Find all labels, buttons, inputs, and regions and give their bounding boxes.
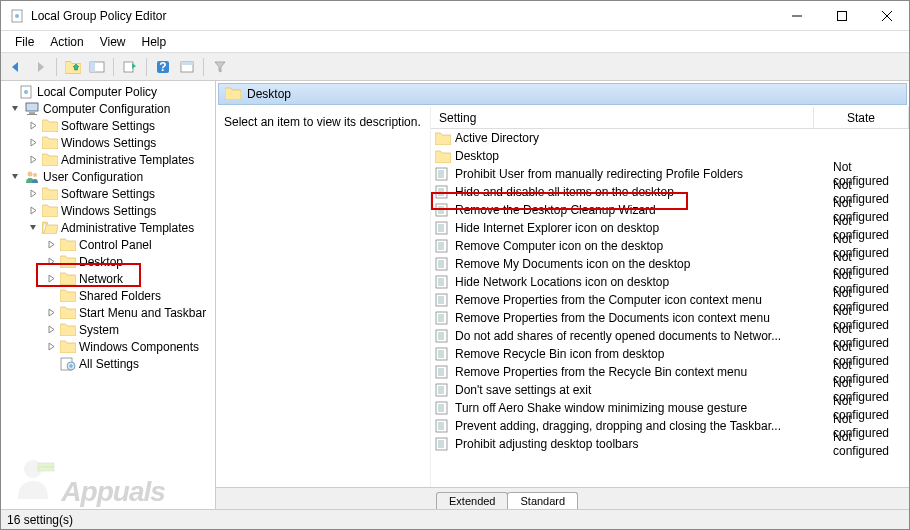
- col-header-state[interactable]: State: [814, 107, 909, 128]
- forward-button[interactable]: [29, 56, 51, 78]
- expander-icon[interactable]: [27, 222, 39, 234]
- tree-label: Administrative Templates: [61, 153, 194, 167]
- expander-icon[interactable]: [45, 239, 57, 251]
- tab-standard[interactable]: Standard: [507, 492, 578, 509]
- maximize-button[interactable]: [819, 1, 864, 30]
- setting-cell: Prohibit adjusting desktop toolbars: [431, 437, 829, 451]
- tabs-row: Extended Standard: [216, 487, 909, 509]
- policy-icon: [435, 221, 451, 235]
- tree-shared-folders[interactable]: Shared Folders: [1, 287, 215, 304]
- back-button[interactable]: [5, 56, 27, 78]
- folder-icon: [42, 221, 58, 235]
- policy-icon: [435, 401, 451, 415]
- expander-icon[interactable]: [3, 86, 15, 98]
- expander-icon[interactable]: [27, 188, 39, 200]
- expander-icon[interactable]: [45, 341, 57, 353]
- up-button[interactable]: [62, 56, 84, 78]
- setting-name: Prohibit User from manually redirecting …: [455, 167, 743, 181]
- menu-view[interactable]: View: [92, 33, 134, 51]
- setting-name: Remove Properties from the Documents ico…: [455, 311, 770, 325]
- svg-text:?: ?: [159, 60, 166, 74]
- setting-cell: Hide and disable all items on the deskto…: [431, 185, 829, 199]
- minimize-button[interactable]: [774, 1, 819, 30]
- tree-start-taskbar[interactable]: Start Menu and Taskbar: [1, 304, 215, 321]
- menu-help[interactable]: Help: [134, 33, 175, 51]
- list-row[interactable]: Prohibit adjusting desktop toolbarsNot c…: [431, 435, 909, 453]
- policy-icon: [435, 437, 451, 451]
- expander-icon[interactable]: [27, 205, 39, 217]
- toolbar: ?: [1, 53, 909, 81]
- tree-uc-software[interactable]: Software Settings: [1, 185, 215, 202]
- policy-icon: [435, 293, 451, 307]
- folder-icon: [42, 187, 58, 201]
- setting-state: Not configured: [829, 430, 909, 458]
- folder-icon: [60, 323, 76, 337]
- expander-icon[interactable]: [45, 324, 57, 336]
- export-button[interactable]: [119, 56, 141, 78]
- tree-network[interactable]: Network: [1, 270, 215, 287]
- folder-icon: [60, 289, 76, 303]
- tree-user-config[interactable]: User Configuration: [1, 168, 215, 185]
- filter-button[interactable]: [209, 56, 231, 78]
- expander-icon[interactable]: [45, 307, 57, 319]
- expander-icon[interactable]: [9, 171, 21, 183]
- list-row[interactable]: Active Directory: [431, 129, 909, 147]
- setting-cell: Hide Network Locations icon on desktop: [431, 275, 829, 289]
- folder-icon: [42, 119, 58, 133]
- show-hide-tree-button[interactable]: [86, 56, 108, 78]
- policy-icon: [435, 419, 451, 433]
- setting-cell: Prevent adding, dragging, dropping and c…: [431, 419, 829, 433]
- tab-extended[interactable]: Extended: [436, 492, 508, 509]
- policy-icon: [435, 311, 451, 325]
- col-header-setting[interactable]: Setting: [431, 107, 814, 128]
- content-header: Desktop: [218, 83, 907, 105]
- tree-win-components[interactable]: Windows Components: [1, 338, 215, 355]
- tree-label: Windows Settings: [61, 136, 156, 150]
- folder-icon: [60, 306, 76, 320]
- setting-name: Remove the Desktop Cleanup Wizard: [455, 203, 656, 217]
- policy-icon: [435, 185, 451, 199]
- tree-uc-windows[interactable]: Windows Settings: [1, 202, 215, 219]
- tree-label: Shared Folders: [79, 289, 161, 303]
- setting-name: Prevent adding, dragging, dropping and c…: [455, 419, 781, 433]
- main-area: Local Computer Policy Computer Configura…: [1, 81, 909, 509]
- policy-icon: [435, 365, 451, 379]
- tree-uc-admin[interactable]: Administrative Templates: [1, 219, 215, 236]
- tree-system[interactable]: System: [1, 321, 215, 338]
- setting-name: Hide and disable all items on the deskto…: [455, 185, 674, 199]
- close-button[interactable]: [864, 1, 909, 30]
- settings-list: Setting State Active DirectoryDesktopPro…: [431, 107, 909, 487]
- setting-cell: Remove My Documents icon on the desktop: [431, 257, 829, 271]
- setting-name: Prohibit adjusting desktop toolbars: [455, 437, 638, 451]
- svg-rect-19: [90, 62, 95, 72]
- toolbar-separator: [203, 58, 204, 76]
- setting-cell: Remove Computer icon on the desktop: [431, 239, 829, 253]
- tree-panel[interactable]: Local Computer Policy Computer Configura…: [1, 81, 216, 509]
- folder-icon: [435, 131, 451, 145]
- menu-file[interactable]: File: [7, 33, 42, 51]
- expander-icon[interactable]: [45, 256, 57, 268]
- menu-action[interactable]: Action: [42, 33, 91, 51]
- tree-label: Desktop: [79, 255, 123, 269]
- expander-icon[interactable]: [9, 103, 21, 115]
- properties-button[interactable]: [176, 56, 198, 78]
- setting-cell: Remove Properties from the Computer icon…: [431, 293, 829, 307]
- description-pane: Select an item to view its description.: [216, 107, 431, 487]
- setting-cell: Prohibit User from manually redirecting …: [431, 167, 829, 181]
- toolbar-separator: [113, 58, 114, 76]
- tree-all-settings[interactable]: All Settings: [1, 355, 215, 372]
- setting-name: Remove Computer icon on the desktop: [455, 239, 663, 253]
- expander-icon[interactable]: [45, 273, 57, 285]
- setting-name: Hide Network Locations icon on desktop: [455, 275, 669, 289]
- folder-icon: [42, 153, 58, 167]
- setting-name: Remove My Documents icon on the desktop: [455, 257, 690, 271]
- list-scroll[interactable]: Active DirectoryDesktopProhibit User fro…: [431, 129, 909, 487]
- policy-icon: [435, 347, 451, 361]
- tree-desktop[interactable]: Desktop: [1, 253, 215, 270]
- setting-name: Don't save settings at exit: [455, 383, 591, 397]
- svg-rect-20: [124, 62, 133, 72]
- tree-label: All Settings: [79, 357, 139, 371]
- tree-label: Software Settings: [61, 119, 155, 133]
- policy-icon: [435, 257, 451, 271]
- help-button[interactable]: ?: [152, 56, 174, 78]
